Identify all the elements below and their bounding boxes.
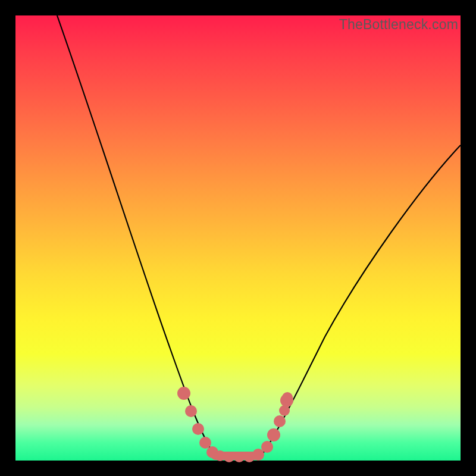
marker-dot bbox=[185, 405, 197, 417]
marker-dot bbox=[177, 387, 190, 400]
marker-dot bbox=[267, 428, 280, 441]
marker-dot bbox=[192, 423, 204, 435]
curve-overlay bbox=[15, 15, 461, 461]
marker-dot bbox=[282, 392, 293, 403]
marker-dot bbox=[224, 452, 234, 462]
marker-dot bbox=[234, 452, 245, 462]
marker-dot bbox=[261, 441, 273, 453]
bottleneck-curve bbox=[57, 15, 461, 459]
marker-dot bbox=[199, 437, 211, 449]
marker-dot bbox=[274, 415, 286, 427]
marker-group bbox=[177, 387, 293, 462]
